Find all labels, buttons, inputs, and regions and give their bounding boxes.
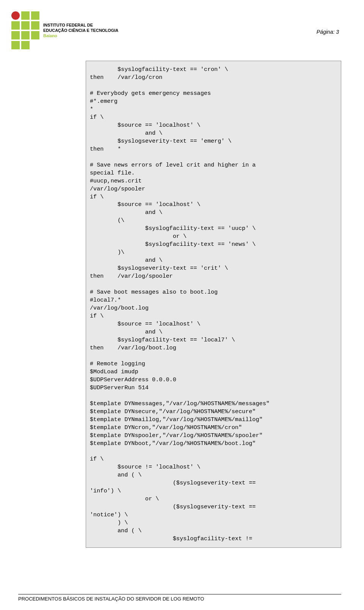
logo-square-empty (31, 41, 39, 49)
page-footer: PROCEDIMENTOS BÁSICOS DE INSTALAÇÃO DO S… (18, 594, 341, 602)
institute-line3: Baiano (43, 33, 118, 38)
logo-square (21, 31, 30, 39)
logo-square (31, 31, 39, 39)
logo-grid-icon (11, 11, 39, 49)
logo-square (31, 11, 39, 20)
logo-block: INSTITUTO FEDERAL DE EDUCAÇÃO CIÊNCIA E … (11, 11, 349, 49)
logo-square (11, 31, 20, 39)
logo-square (31, 21, 39, 30)
page-header: INSTITUTO FEDERAL DE EDUCAÇÃO CIÊNCIA E … (0, 0, 364, 57)
institute-line2: EDUCAÇÃO CIÊNCIA E TECNOLOGIA (43, 28, 118, 33)
page-number: Página: 3 (317, 29, 339, 35)
logo-square (11, 41, 20, 49)
footer-text: PROCEDIMENTOS BÁSICOS DE INSTALAÇÃO DO S… (18, 596, 204, 602)
code-block: $syslogfacility-text == 'cron' \ then /v… (86, 61, 341, 548)
logo-square (21, 21, 30, 30)
institute-line1: INSTITUTO FEDERAL DE (43, 22, 118, 28)
logo-square (21, 41, 30, 49)
logo-text: INSTITUTO FEDERAL DE EDUCAÇÃO CIÊNCIA E … (43, 22, 118, 39)
logo-dot-red (11, 11, 20, 20)
logo-square (21, 11, 30, 20)
logo-square (11, 21, 20, 30)
